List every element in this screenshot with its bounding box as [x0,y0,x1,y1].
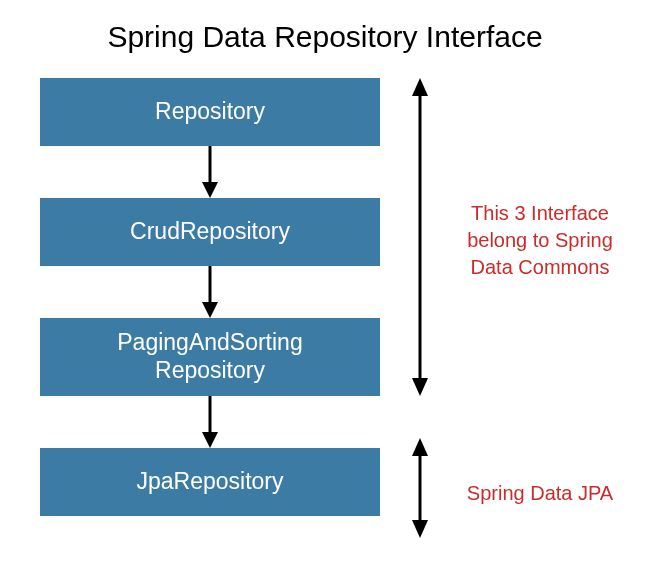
box-jpa-repository: JpaRepository [40,448,380,516]
box-crud-repository: CrudRepository [40,198,380,266]
hierarchy-column: Repository CrudRepository PagingAndSorti… [40,78,380,516]
svg-marker-5 [202,432,218,448]
arrow-down-icon [40,266,380,318]
annotation-commons: This 3 Interface belong to Spring Data C… [445,200,635,281]
box-paging-sorting-repository: PagingAndSortingRepository [40,318,380,396]
svg-marker-1 [202,182,218,198]
annotation-jpa: Spring Data JPA [450,480,630,507]
svg-marker-7 [412,78,428,96]
arrow-down-icon [40,146,380,198]
page-title: Spring Data Repository Interface [0,20,650,54]
svg-marker-8 [412,378,428,396]
bracket-double-arrow-icon [408,78,432,400]
svg-marker-11 [412,520,428,538]
bracket-double-arrow-icon [408,438,432,542]
box-repository: Repository [40,78,380,146]
svg-marker-3 [202,302,218,318]
svg-marker-10 [412,438,428,456]
box-label: PagingAndSortingRepository [117,329,302,384]
arrow-down-icon [40,396,380,448]
